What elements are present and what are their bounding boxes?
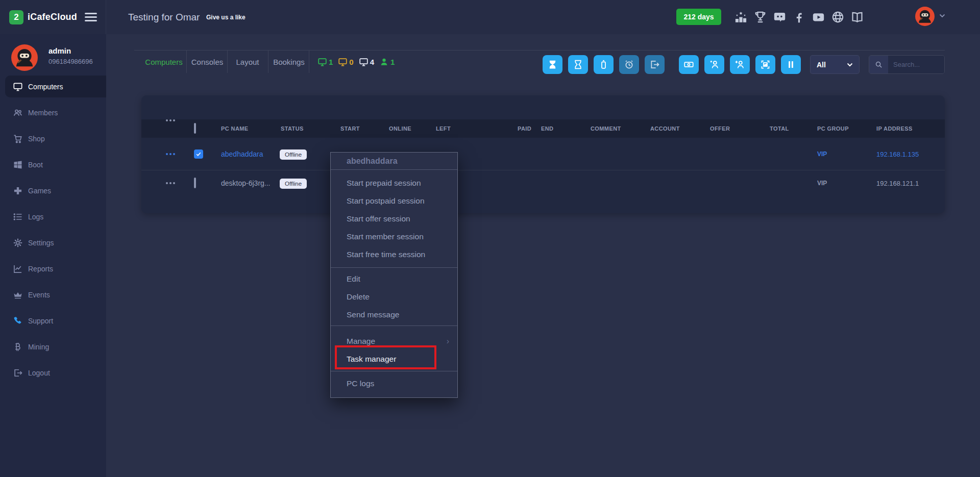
sidebar: admin 096184986696 Computers Members Sho… [0,34,106,477]
cash-button[interactable] [679,55,699,74]
admin-username: admin [48,46,71,55]
sidebar-item-computers[interactable]: Computers [5,76,106,97]
sidebar-item-settings[interactable]: Settings [5,232,106,254]
context-menu-title: abedhaddara [331,153,457,169]
user-avatar[interactable] [915,7,935,26]
header-actions-dots [166,119,175,138]
trophy-icon[interactable] [753,10,767,24]
menu-item-pc-logs[interactable]: PC logs [331,374,457,392]
menu-item-delete[interactable]: Delete [331,288,457,306]
row-actions-button[interactable] [166,153,175,155]
pc-name-link[interactable]: desktop-6j3rg... [221,179,271,187]
tab-consoles[interactable]: Consoles [191,51,224,73]
col-header-end: END [541,119,553,138]
col-header-pc-name: PC NAME [221,119,249,138]
hourglass-outline-button[interactable] [568,55,588,74]
cash-icon [683,59,694,70]
chevron-down-icon [847,63,853,67]
license-days-badge[interactable]: 212 days [676,9,721,25]
pending-pc-counter[interactable]: 0 [338,57,353,67]
col-header-online: ONLINE [389,119,411,138]
col-header-account: ACCOUNT [650,119,680,138]
screenshot-button[interactable] [755,55,775,74]
sidebar-toggle-button[interactable] [85,13,97,21]
total-pc-counter[interactable]: 4 [359,57,374,67]
hourglass-filled-button[interactable] [543,55,562,74]
ip-address-value: 192.168.1.135 [876,150,919,158]
hourglass-filled-icon [547,59,558,70]
col-header-ip-address: IP ADDRESS [876,119,913,138]
col-header-comment: COMMENT [591,119,621,138]
sidebar-item-shop[interactable]: Shop [5,128,106,149]
menu-item-start-postpaid-session[interactable]: Start postpaid session [331,192,457,210]
windows-icon [13,160,23,170]
pause-icon [786,59,796,70]
screenshot-icon [760,59,771,70]
col-header-left: LEFT [436,119,451,138]
cafe-title: Testing for Omar [128,0,200,34]
monitor-icon [13,82,23,92]
sidebar-item-support[interactable]: Support [5,310,106,332]
menu-item-manage[interactable]: Manage › [331,332,457,350]
pc-name-link[interactable]: abedhaddara [221,150,263,158]
battery-button[interactable] [594,55,614,74]
chart-icon [13,264,23,274]
people-icon [13,108,23,118]
menu-item-edit[interactable]: Edit [331,270,457,288]
col-header-pc-group: PC GROUP [817,119,849,138]
icafecloud-logo-icon: 2 [9,10,23,24]
row-checkbox[interactable] [194,149,203,159]
member-counter[interactable]: 1 [379,57,395,67]
member-star-button[interactable] [704,55,724,74]
menu-item-start-free-time-session[interactable]: Start free time session [331,245,457,263]
brand-name: iCafeCloud [28,12,77,22]
row-actions-button[interactable] [166,182,175,184]
phone-icon [13,316,23,326]
give-us-a-like-link[interactable]: Give us a like [206,0,246,34]
col-header-offer: OFFER [710,119,730,138]
alarm-clock-button[interactable] [619,55,639,74]
sidebar-item-events[interactable]: Events [5,284,106,306]
online-pc-counter[interactable]: 1 [317,57,333,67]
menu-item-start-offer-session[interactable]: Start offer session [331,210,457,228]
pc-group-value: VIP [817,150,827,158]
sidebar-item-members[interactable]: Members [5,102,106,123]
col-header-total: TOTAL [770,119,789,138]
gear-icon [13,238,23,248]
facebook-icon[interactable] [792,10,806,24]
search-box [869,55,945,74]
leaderboard-icon[interactable] [734,10,748,24]
pc-group-filter-select[interactable]: All [810,55,860,74]
computers-table-card: PC NAME STATUS START ONLINE LEFT PAID EN… [141,95,945,213]
sidebar-item-mining[interactable]: Mining [5,336,106,358]
sidebar-item-boot[interactable]: Boot [5,154,106,175]
pause-button[interactable] [781,55,801,74]
search-input[interactable] [888,56,944,73]
menu-item-task-manager[interactable]: Task manager [331,350,457,368]
sign-out-button[interactable] [645,55,665,74]
gamepad-icon [13,186,23,196]
row-checkbox[interactable] [194,179,196,188]
table-header-row: PC NAME STATUS START ONLINE LEFT PAID EN… [141,119,945,138]
guide-book-icon[interactable] [850,10,864,24]
tab-layout[interactable]: Layout [236,51,259,73]
sidebar-item-games[interactable]: Games [5,180,106,202]
sign-out-icon [649,59,660,70]
sidebar-item-reports[interactable]: Reports [5,258,106,280]
discord-icon[interactable] [773,10,787,24]
admin-avatar[interactable] [11,44,38,71]
menu-item-start-prepaid-session[interactable]: Start prepaid session [331,174,457,192]
menu-item-start-member-session[interactable]: Start member session [331,228,457,245]
tab-computers[interactable]: Computers [145,51,182,73]
tab-bookings[interactable]: Bookings [273,51,305,73]
member-add-button[interactable] [730,55,750,74]
globe-icon[interactable] [831,10,845,24]
col-header-status: STATUS [281,119,304,138]
sidebar-item-logs[interactable]: Logs [5,206,106,228]
youtube-icon[interactable] [812,10,825,24]
table-row: abedhaddara Offline VIP 192.168.1.135 [141,138,945,170]
sidebar-item-logout[interactable]: Logout [5,362,106,384]
menu-item-send-message[interactable]: Send message [331,306,457,323]
select-all-checkbox[interactable] [194,124,196,133]
chevron-down-icon[interactable] [939,14,945,18]
